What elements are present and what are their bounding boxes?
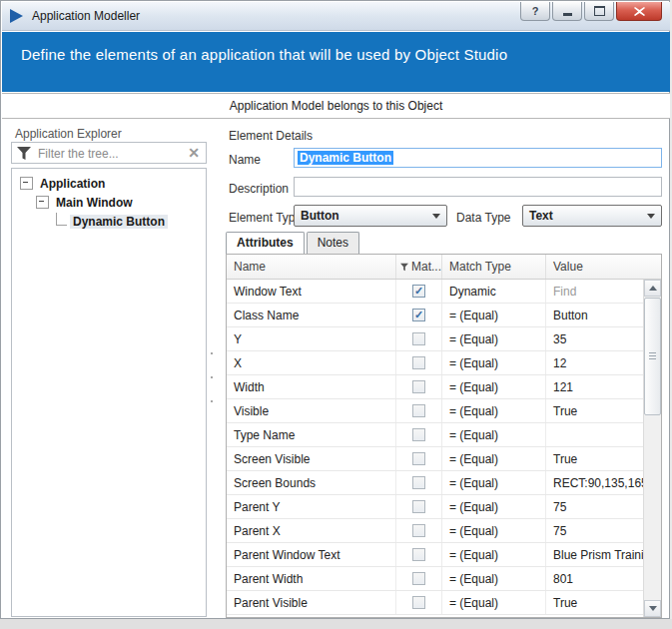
scrollbar-thumb[interactable] xyxy=(644,298,661,415)
attribute-name-cell: Visible xyxy=(227,399,396,422)
title-bar[interactable]: Application Modeller ? xyxy=(2,2,670,31)
match-checkbox[interactable] xyxy=(412,452,425,465)
match-checkbox[interactable] xyxy=(412,524,425,537)
match-checkbox[interactable] xyxy=(412,428,425,441)
table-row[interactable]: Width= (Equal)121 xyxy=(227,375,661,399)
match-checkbox[interactable] xyxy=(412,572,425,585)
match-type-cell: = (Equal) xyxy=(442,495,546,518)
data-type-dropdown[interactable]: Text xyxy=(522,205,662,227)
banner: Define the elements of an application th… xyxy=(2,32,670,92)
maximize-button[interactable] xyxy=(584,2,614,21)
data-type-value: Text xyxy=(529,209,553,223)
filter-funnel-icon xyxy=(17,147,31,160)
tree-connector xyxy=(56,213,67,226)
attribute-name-cell: Screen Bounds xyxy=(227,471,396,494)
tab-attributes[interactable]: Attributes xyxy=(226,232,305,255)
tab-notes[interactable]: Notes xyxy=(307,232,359,254)
application-modeller-window: Application Modeller ? Define the elemen… xyxy=(0,0,672,629)
table-row[interactable]: X= (Equal)12 xyxy=(227,351,661,375)
column-header-match-type[interactable]: Match Type xyxy=(442,255,546,279)
column-header-name[interactable]: Name xyxy=(227,255,396,279)
match-checkbox[interactable] xyxy=(412,380,425,393)
chevron-down-icon xyxy=(647,214,655,219)
data-type-label: Data Type xyxy=(456,211,510,225)
tree-filter-input[interactable]: Filter the tree... ✕ xyxy=(11,142,207,164)
match-type-cell: Dynamic xyxy=(442,280,546,303)
element-type-dropdown[interactable]: Button xyxy=(294,205,447,227)
table-row[interactable]: Screen Visible= (Equal)True xyxy=(227,447,661,471)
match-checkbox[interactable] xyxy=(412,500,425,513)
column-header-match[interactable]: Mat... xyxy=(396,255,442,279)
match-cell xyxy=(396,327,442,350)
table-row[interactable]: Screen Bounds= (Equal)RECT:90,135,165,21… xyxy=(227,471,661,495)
grip-icon xyxy=(649,352,656,360)
attribute-name-cell: Parent Y xyxy=(227,495,396,518)
arrow-up-icon xyxy=(649,286,657,291)
window-title: Application Modeller xyxy=(32,9,140,23)
table-row[interactable]: Parent Visible= (Equal)True xyxy=(227,591,661,615)
tree-item-main-window[interactable]: Main Window xyxy=(12,194,206,213)
panel-splitter[interactable] xyxy=(209,352,214,402)
match-type-cell: = (Equal) xyxy=(442,327,546,350)
match-type-cell: = (Equal) xyxy=(442,423,546,446)
subheader-bar: Application Model belongs to this Object xyxy=(2,93,670,119)
table-row[interactable]: Class Name✓= (Equal)Button xyxy=(227,304,661,327)
table-row[interactable]: Y= (Equal)35 xyxy=(227,327,661,351)
attribute-name-cell: Parent Visible xyxy=(227,591,396,614)
dialog-frame: Application Modeller ? Define the elemen… xyxy=(0,0,670,619)
table-row[interactable]: Parent X= (Equal)75 xyxy=(227,519,661,543)
attribute-name-cell: Y xyxy=(227,327,396,350)
table-row[interactable]: Type Name= (Equal) xyxy=(227,423,661,447)
application-tree[interactable]: ApplicationMain WindowDynamic Button xyxy=(11,168,207,617)
match-cell xyxy=(396,375,442,398)
tree-item-label: Main Window xyxy=(53,196,136,210)
match-type-cell: = (Equal) xyxy=(442,471,546,494)
attribute-name-cell: Parent Width xyxy=(227,567,396,590)
match-checkbox[interactable] xyxy=(412,476,425,489)
table-row[interactable]: Visible= (Equal)True xyxy=(227,399,661,423)
close-button[interactable] xyxy=(616,2,662,21)
collapse-icon[interactable] xyxy=(36,196,49,209)
maximize-icon xyxy=(594,6,605,16)
match-checkbox[interactable] xyxy=(412,356,425,369)
match-checkbox[interactable]: ✓ xyxy=(412,285,425,298)
attribute-name-cell: Width xyxy=(227,375,396,398)
collapse-icon[interactable] xyxy=(20,177,33,190)
attributes-table: Name Mat... Match Type Value Window Text… xyxy=(226,254,662,618)
tree-item-application[interactable]: Application xyxy=(12,175,206,194)
match-checkbox[interactable] xyxy=(412,548,425,561)
scroll-up-button[interactable] xyxy=(644,280,661,297)
match-cell xyxy=(396,471,442,494)
table-row[interactable]: Window Text✓DynamicFind xyxy=(227,280,661,304)
element-type-label: Element Type xyxy=(229,211,302,225)
match-type-cell: = (Equal) xyxy=(442,351,546,374)
tree-item-dynamic-button[interactable]: Dynamic Button xyxy=(12,213,206,232)
attribute-name-cell: X xyxy=(227,351,396,374)
attributes-table-body: Window Text✓DynamicFindClass Name✓= (Equ… xyxy=(227,280,661,615)
table-row[interactable]: Parent Width= (Equal)801 xyxy=(227,567,661,591)
vertical-scrollbar[interactable] xyxy=(643,280,661,617)
arrow-down-icon xyxy=(649,606,657,611)
match-checkbox[interactable] xyxy=(412,332,425,345)
banner-text: Define the elements of an application th… xyxy=(21,46,507,63)
match-cell xyxy=(396,543,442,566)
match-cell: ✓ xyxy=(396,280,442,303)
filter-clear-icon[interactable]: ✕ xyxy=(188,145,200,161)
match-type-cell: = (Equal) xyxy=(442,399,546,422)
table-row[interactable]: Parent Window Text= (Equal)Blue Prism Tr… xyxy=(227,543,661,567)
column-header-value[interactable]: Value xyxy=(546,255,661,279)
match-checkbox[interactable] xyxy=(412,404,425,417)
match-checkbox[interactable] xyxy=(412,596,425,609)
minimize-button[interactable] xyxy=(552,2,582,21)
match-checkbox[interactable]: ✓ xyxy=(412,309,425,321)
description-field[interactable] xyxy=(294,177,662,197)
help-button[interactable]: ? xyxy=(520,2,550,21)
match-type-cell: = (Equal) xyxy=(442,304,546,326)
table-header: Name Mat... Match Type Value xyxy=(227,255,661,280)
match-type-cell: = (Equal) xyxy=(442,375,546,398)
match-cell: ✓ xyxy=(396,304,442,326)
name-field[interactable]: Dynamic Button xyxy=(294,148,662,168)
table-row[interactable]: Parent Y= (Equal)75 xyxy=(227,495,661,519)
match-type-cell: = (Equal) xyxy=(442,567,546,590)
scroll-down-button[interactable] xyxy=(644,600,661,617)
